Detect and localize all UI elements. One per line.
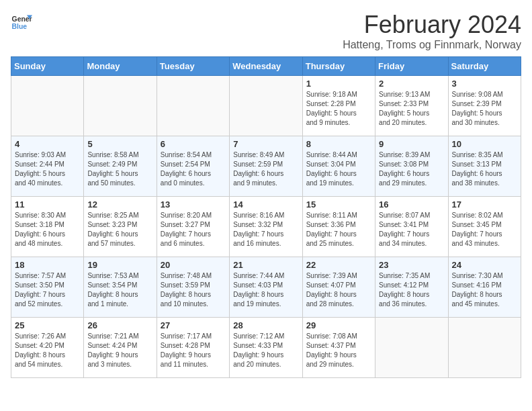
day-number: 17: [452, 199, 517, 210]
page-header: General Blue February 2024 Hatteng, Trom…: [11, 11, 521, 51]
day-info: Sunrise: 7:39 AM Sunset: 4:07 PM Dayligh…: [306, 271, 371, 309]
day-info: Sunrise: 8:58 AM Sunset: 2:49 PM Dayligh…: [87, 150, 152, 188]
day-number: 5: [87, 139, 152, 149]
calendar-cell: 19Sunrise: 7:53 AM Sunset: 3:54 PM Dayli…: [84, 257, 157, 318]
day-info: Sunrise: 8:54 AM Sunset: 2:54 PM Dayligh…: [161, 150, 226, 188]
day-info: Sunrise: 7:17 AM Sunset: 4:28 PM Dayligh…: [161, 332, 226, 369]
day-number: 8: [306, 139, 371, 149]
calendar-cell: 8Sunrise: 8:44 AM Sunset: 3:04 PM Daylig…: [302, 136, 375, 197]
calendar-cell: [84, 76, 157, 136]
day-info: Sunrise: 8:44 AM Sunset: 3:04 PM Dayligh…: [306, 150, 371, 188]
calendar-cell: 5Sunrise: 8:58 AM Sunset: 2:49 PM Daylig…: [84, 136, 157, 197]
day-info: Sunrise: 8:11 AM Sunset: 3:36 PM Dayligh…: [306, 211, 371, 248]
day-info: Sunrise: 7:30 AM Sunset: 4:16 PM Dayligh…: [452, 271, 517, 309]
day-number: 11: [15, 199, 80, 210]
weekday-header: Tuesday: [157, 57, 229, 76]
calendar-cell: 11Sunrise: 8:30 AM Sunset: 3:18 PM Dayli…: [11, 197, 84, 257]
weekday-header: Saturday: [448, 57, 521, 76]
month-title: February 2024: [343, 11, 521, 39]
day-number: 18: [15, 260, 80, 270]
day-info: Sunrise: 9:03 AM Sunset: 2:44 PM Dayligh…: [15, 150, 80, 188]
calendar-cell: 26Sunrise: 7:21 AM Sunset: 4:24 PM Dayli…: [84, 318, 157, 378]
day-number: 10: [452, 139, 517, 149]
calendar-cell: 22Sunrise: 7:39 AM Sunset: 4:07 PM Dayli…: [302, 257, 375, 318]
day-number: 4: [15, 139, 80, 149]
day-info: Sunrise: 7:48 AM Sunset: 3:59 PM Dayligh…: [161, 271, 226, 309]
weekday-header-row: SundayMondayTuesdayWednesdayThursdayFrid…: [11, 57, 521, 76]
title-block: February 2024 Hatteng, Troms og Finnmark…: [343, 11, 521, 51]
day-info: Sunrise: 8:30 AM Sunset: 3:18 PM Dayligh…: [15, 211, 80, 248]
calendar-cell: 14Sunrise: 8:16 AM Sunset: 3:32 PM Dayli…: [230, 197, 302, 257]
calendar-cell: 21Sunrise: 7:44 AM Sunset: 4:03 PM Dayli…: [230, 257, 302, 318]
calendar-cell: 3Sunrise: 9:08 AM Sunset: 2:39 PM Daylig…: [448, 76, 521, 136]
calendar-cell: 4Sunrise: 9:03 AM Sunset: 2:44 PM Daylig…: [11, 136, 84, 197]
weekday-header: Sunday: [11, 57, 84, 76]
calendar-cell: 28Sunrise: 7:12 AM Sunset: 4:33 PM Dayli…: [230, 318, 302, 378]
calendar-cell: 17Sunrise: 8:02 AM Sunset: 3:45 PM Dayli…: [448, 197, 521, 257]
calendar-week-row: 11Sunrise: 8:30 AM Sunset: 3:18 PM Dayli…: [11, 197, 521, 257]
day-number: 23: [379, 260, 444, 270]
day-info: Sunrise: 7:53 AM Sunset: 3:54 PM Dayligh…: [87, 271, 152, 309]
day-number: 15: [306, 199, 371, 210]
day-info: Sunrise: 8:35 AM Sunset: 3:13 PM Dayligh…: [452, 150, 517, 188]
calendar-week-row: 4Sunrise: 9:03 AM Sunset: 2:44 PM Daylig…: [11, 136, 521, 197]
logo-icon: General Blue: [11, 11, 32, 32]
day-number: 20: [161, 260, 226, 270]
weekday-header: Wednesday: [230, 57, 302, 76]
calendar-cell: 23Sunrise: 7:35 AM Sunset: 4:12 PM Dayli…: [375, 257, 448, 318]
day-number: 21: [233, 260, 298, 270]
calendar-cell: [157, 76, 229, 136]
day-info: Sunrise: 7:44 AM Sunset: 4:03 PM Dayligh…: [233, 271, 298, 309]
calendar-cell: [448, 318, 521, 378]
day-info: Sunrise: 8:49 AM Sunset: 2:59 PM Dayligh…: [233, 150, 298, 188]
day-number: 16: [379, 199, 444, 210]
day-number: 9: [379, 139, 444, 149]
calendar-table: SundayMondayTuesdayWednesdayThursdayFrid…: [11, 56, 521, 378]
calendar-cell: 15Sunrise: 8:11 AM Sunset: 3:36 PM Dayli…: [302, 197, 375, 257]
day-info: Sunrise: 8:16 AM Sunset: 3:32 PM Dayligh…: [233, 211, 298, 248]
calendar-cell: 1Sunrise: 9:18 AM Sunset: 2:28 PM Daylig…: [302, 76, 375, 136]
day-number: 26: [87, 320, 152, 330]
calendar-cell: 29Sunrise: 7:08 AM Sunset: 4:37 PM Dayli…: [302, 318, 375, 378]
day-number: 7: [233, 139, 298, 149]
logo: General Blue: [11, 11, 32, 32]
location-subtitle: Hatteng, Troms og Finnmark, Norway: [343, 39, 521, 51]
day-info: Sunrise: 7:21 AM Sunset: 4:24 PM Dayligh…: [87, 332, 152, 369]
calendar-cell: [11, 76, 84, 136]
calendar-cell: 13Sunrise: 8:20 AM Sunset: 3:27 PM Dayli…: [157, 197, 229, 257]
calendar-week-row: 1Sunrise: 9:18 AM Sunset: 2:28 PM Daylig…: [11, 76, 521, 136]
day-info: Sunrise: 7:35 AM Sunset: 4:12 PM Dayligh…: [379, 271, 444, 309]
day-number: 1: [306, 79, 371, 89]
day-number: 25: [15, 320, 80, 330]
weekday-header: Monday: [84, 57, 157, 76]
day-number: 28: [233, 320, 298, 330]
calendar-cell: 27Sunrise: 7:17 AM Sunset: 4:28 PM Dayli…: [157, 318, 229, 378]
day-number: 2: [379, 79, 444, 89]
day-info: Sunrise: 9:13 AM Sunset: 2:33 PM Dayligh…: [379, 90, 444, 128]
day-number: 3: [452, 79, 517, 89]
day-info: Sunrise: 7:12 AM Sunset: 4:33 PM Dayligh…: [233, 332, 298, 369]
day-info: Sunrise: 7:08 AM Sunset: 4:37 PM Dayligh…: [306, 332, 371, 369]
day-number: 13: [161, 199, 226, 210]
day-number: 6: [161, 139, 226, 149]
svg-text:Blue: Blue: [12, 23, 28, 30]
calendar-cell: 18Sunrise: 7:57 AM Sunset: 3:50 PM Dayli…: [11, 257, 84, 318]
calendar-cell: 25Sunrise: 7:26 AM Sunset: 4:20 PM Dayli…: [11, 318, 84, 378]
calendar-cell: 2Sunrise: 9:13 AM Sunset: 2:33 PM Daylig…: [375, 76, 448, 136]
calendar-cell: 7Sunrise: 8:49 AM Sunset: 2:59 PM Daylig…: [230, 136, 302, 197]
day-number: 22: [306, 260, 371, 270]
calendar-week-row: 25Sunrise: 7:26 AM Sunset: 4:20 PM Dayli…: [11, 318, 521, 378]
day-number: 27: [161, 320, 226, 330]
day-info: Sunrise: 9:08 AM Sunset: 2:39 PM Dayligh…: [452, 90, 517, 128]
day-info: Sunrise: 7:26 AM Sunset: 4:20 PM Dayligh…: [15, 332, 80, 369]
day-number: 24: [452, 260, 517, 270]
day-info: Sunrise: 8:20 AM Sunset: 3:27 PM Dayligh…: [161, 211, 226, 248]
weekday-header: Thursday: [302, 57, 375, 76]
day-info: Sunrise: 8:02 AM Sunset: 3:45 PM Dayligh…: [452, 211, 517, 248]
day-info: Sunrise: 7:57 AM Sunset: 3:50 PM Dayligh…: [15, 271, 80, 309]
calendar-week-row: 18Sunrise: 7:57 AM Sunset: 3:50 PM Dayli…: [11, 257, 521, 318]
weekday-header: Friday: [375, 57, 448, 76]
day-number: 14: [233, 199, 298, 210]
day-info: Sunrise: 8:25 AM Sunset: 3:23 PM Dayligh…: [87, 211, 152, 248]
calendar-cell: [375, 318, 448, 378]
